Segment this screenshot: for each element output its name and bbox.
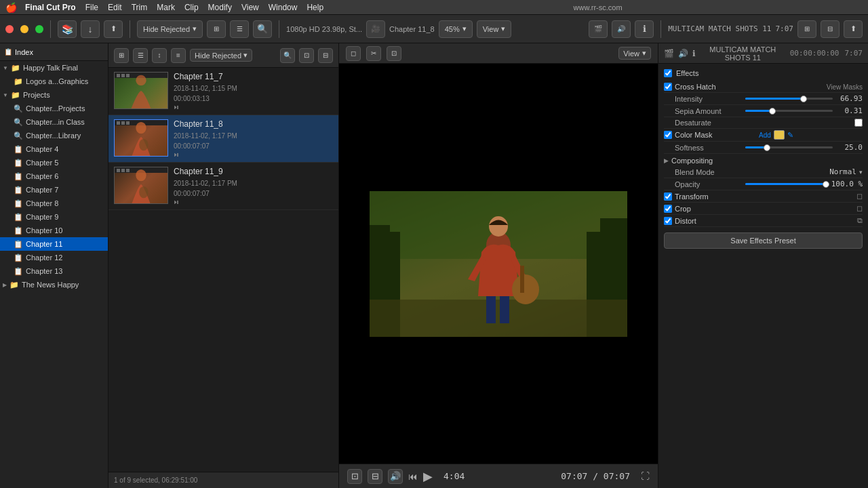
sidebar-item-chapter-projects[interactable]: 🔍 Chapter...Projects <box>0 102 108 115</box>
view-toggle-1[interactable]: ⊞ <box>207 20 226 38</box>
browser-sort-btn[interactable]: ↕ <box>152 48 167 63</box>
cross-hatch-checkbox[interactable] <box>664 83 672 91</box>
sidebar-item-projects[interactable]: ▼ 📁 Projects <box>0 88 108 102</box>
menu-window[interactable]: Window <box>269 3 298 12</box>
sepia-slider[interactable] <box>745 110 833 112</box>
sidebar-item-chapter-9[interactable]: 📋 Chapter 9 <box>0 210 108 224</box>
clip-item[interactable]: Chapter 11_7 2018-11-02, 1:15 PM 00:00:0… <box>108 68 338 115</box>
library-button[interactable]: 📚 <box>58 20 77 38</box>
fullscreen-button[interactable] <box>35 25 43 33</box>
menu-view[interactable]: View <box>241 3 259 12</box>
grid-view-btn[interactable]: ⊞ <box>797 20 816 38</box>
sidebar-item-logos-graphics[interactable]: 📁 Logos a...Graphics <box>0 75 108 88</box>
zoom-dropdown[interactable]: 45% ▾ <box>439 20 473 38</box>
softness-value: 25.0 <box>838 143 863 152</box>
viewer-audio-btn[interactable]: 🔊 <box>388 469 403 484</box>
close-window-button[interactable] <box>5 25 14 33</box>
browser-grid-btn[interactable]: ⊞ <box>114 48 129 63</box>
sidebar-item-happy-final[interactable]: ▼ 📁 Happy Talk Final <box>0 61 108 75</box>
view-toggle-2[interactable]: ☰ <box>230 20 249 38</box>
view-masks-label[interactable]: View Masks <box>827 83 863 91</box>
inspector-video-btn[interactable]: 🎬 <box>589 20 608 38</box>
sepia-thumb[interactable] <box>769 108 776 115</box>
clip-duration: 00:00:03:13 <box>174 94 333 104</box>
viewer-zoom-dropdown[interactable]: View ▾ <box>618 47 651 60</box>
app-name[interactable]: Final Cut Pro <box>25 3 76 12</box>
color-edit-btn[interactable]: ✎ <box>787 131 793 140</box>
browser-filter-button[interactable]: Hide Rejected ▾ <box>190 49 252 62</box>
sidebar-item-chapter-5[interactable]: 📋 Chapter 5 <box>0 156 108 169</box>
sidebar-item-chapter-4[interactable]: 📋 Chapter 4 <box>0 142 108 156</box>
apple-menu[interactable]: 🍎 <box>5 2 17 13</box>
clip-item[interactable]: Chapter 11_9 2018-11-02, 1:17 PM 00:00:0… <box>108 163 338 210</box>
opacity-thumb[interactable] <box>823 181 829 188</box>
sidebar-item-chapter-11[interactable]: 📋 Chapter 11 <box>0 237 108 251</box>
distort-checkbox[interactable] <box>664 217 672 225</box>
sidebar-item-chapter-class[interactable]: 🔍 Chapter...in Class <box>0 115 108 129</box>
intensity-slider[interactable] <box>745 98 833 100</box>
transform-checkbox[interactable] <box>664 192 672 201</box>
sidebar-tab-index[interactable]: Index <box>15 48 33 56</box>
save-effects-preset-button[interactable]: Save Effects Preset <box>664 232 863 249</box>
color-mask-add-btn[interactable]: Add <box>759 131 771 139</box>
play-button[interactable]: ▶ <box>423 469 433 484</box>
toolbar-sep-2 <box>130 20 130 38</box>
softness-label: Softness <box>675 144 743 152</box>
sidebar-item-chapter-13[interactable]: 📋 Chapter 13 <box>0 264 108 278</box>
share-btn[interactable]: ⬆ <box>844 20 863 38</box>
crop-checkbox[interactable] <box>664 205 672 213</box>
inspector-info-icon[interactable]: ℹ <box>692 49 696 58</box>
compositing-header[interactable]: ▶ Compositing <box>664 154 863 166</box>
search-button[interactable]: 🔍 <box>253 20 272 38</box>
menu-edit[interactable]: Edit <box>108 3 122 12</box>
layout-btn[interactable]: ⊟ <box>821 20 840 38</box>
inspector-info-btn[interactable]: ℹ <box>635 20 654 38</box>
viewer-trim-btn[interactable]: ✂ <box>366 46 381 61</box>
viewer-controls: ⊡ ⊟ 🔊 ⏮ ▶ 4:04 07:07 / 07:07 ⛶ <box>339 464 658 488</box>
desaturate-checkbox[interactable] <box>854 119 863 127</box>
fullscreen-btn[interactable]: ⛶ <box>641 471 650 481</box>
softness-slider[interactable] <box>745 146 833 148</box>
minimize-window-button[interactable] <box>20 25 28 33</box>
color-mask-checkbox[interactable] <box>664 131 672 139</box>
viewer-options-btn[interactable]: ⊟ <box>368 469 382 484</box>
menu-file[interactable]: File <box>85 3 98 12</box>
color-swatch[interactable] <box>774 130 785 140</box>
browser-toggle-btn[interactable]: ⊡ <box>299 48 314 63</box>
sidebar-item-the-news[interactable]: ▶ 📁 The News Happy <box>0 278 108 291</box>
viewer-current-time: 07:07 <box>561 471 587 481</box>
intensity-thumb[interactable] <box>800 96 807 102</box>
softness-thumb[interactable] <box>764 144 770 151</box>
hide-rejected-button[interactable]: Hide Rejected ▾ <box>137 20 203 38</box>
go-to-start-btn[interactable]: ⏮ <box>408 471 418 482</box>
sidebar-item-chapter-8[interactable]: 📋 Chapter 8 <box>0 197 108 210</box>
view-dropdown[interactable]: View ▾ <box>477 20 512 38</box>
browser-toolbar: ⊞ ☰ ↕ ≡ Hide Rejected ▾ 🔍 ⊡ ⊟ <box>108 43 338 68</box>
inspector-audio-icon[interactable]: 🔊 <box>678 49 688 58</box>
sidebar-item-chapter-12[interactable]: 📋 Chapter 12 <box>0 251 108 264</box>
inspector-video-icon[interactable]: 🎬 <box>664 49 674 58</box>
sidebar-item-chapter-7[interactable]: 📋 Chapter 7 <box>0 183 108 197</box>
menu-trim[interactable]: Trim <box>132 3 148 12</box>
fullscreen-viewer-btn[interactable]: ⊡ <box>347 469 362 484</box>
sidebar-item-chapter-10[interactable]: 📋 Chapter 10 <box>0 224 108 237</box>
effects-checkbox[interactable] <box>664 69 672 77</box>
clip-item[interactable]: Chapter 11_8 2018-11-02, 1:17 PM 00:00:0… <box>108 115 338 163</box>
viewer-crop-btn[interactable]: ⊡ <box>387 46 401 61</box>
menu-mark[interactable]: Mark <box>157 3 175 12</box>
view-chevron: ▾ <box>501 24 505 33</box>
share-button[interactable]: ⬆ <box>104 20 123 38</box>
import-button[interactable]: ↓ <box>81 20 100 38</box>
sidebar-item-chapter-library[interactable]: 🔍 Chapter...Library <box>0 129 108 142</box>
menu-help[interactable]: Help <box>307 3 323 12</box>
opacity-slider[interactable] <box>745 183 826 185</box>
sidebar-item-chapter-6[interactable]: 📋 Chapter 6 <box>0 169 108 183</box>
browser-list-btn[interactable]: ☰ <box>133 48 148 63</box>
menu-modify[interactable]: Modify <box>208 3 232 12</box>
browser-group-btn[interactable]: ≡ <box>171 48 186 63</box>
inspector-audio-btn[interactable]: 🔊 <box>612 20 631 38</box>
browser-options-btn[interactable]: ⊟ <box>318 48 333 63</box>
browser-filter-icon[interactable]: 🔍 <box>280 48 295 63</box>
menu-clip[interactable]: Clip <box>184 3 199 12</box>
viewer-transform-btn[interactable]: ◻ <box>346 46 361 61</box>
